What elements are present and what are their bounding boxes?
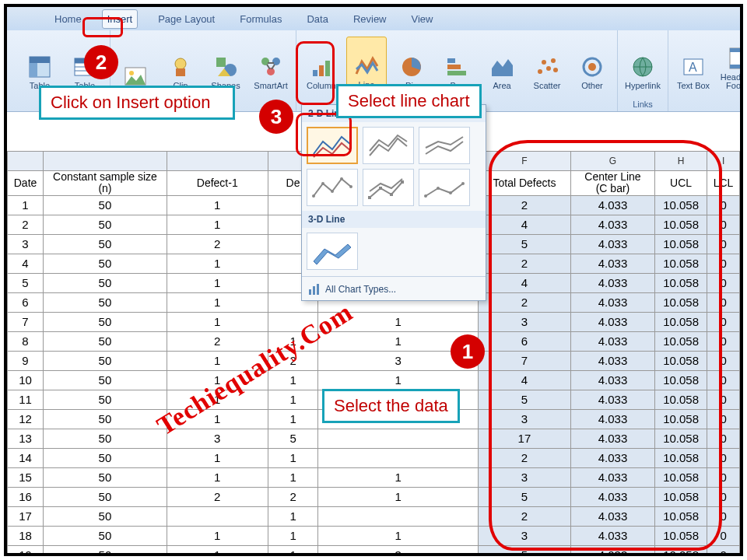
- cell[interactable]: 1: [167, 409, 268, 429]
- cell[interactable]: 0: [707, 390, 740, 409]
- cell[interactable]: 0: [707, 487, 740, 506]
- cell[interactable]: 10.058: [655, 429, 707, 448]
- cell[interactable]: 1: [268, 448, 318, 467]
- cell[interactable]: 4: [478, 215, 570, 234]
- cell[interactable]: 2: [268, 351, 318, 370]
- cell[interactable]: 3: [167, 429, 268, 448]
- line-chart-3d-option[interactable]: [307, 233, 358, 270]
- pie-button[interactable]: Pie: [391, 37, 432, 91]
- cell[interactable]: 1: [167, 545, 268, 553]
- cell[interactable]: 10.058: [655, 448, 707, 467]
- col-letter[interactable]: H: [655, 152, 707, 171]
- cell[interactable]: 4.033: [570, 370, 654, 390]
- cell[interactable]: 11: [8, 390, 44, 409]
- cell[interactable]: 19: [8, 545, 44, 553]
- cell[interactable]: 2: [478, 195, 570, 215]
- cell[interactable]: 4.033: [570, 487, 654, 506]
- cell[interactable]: 5: [478, 234, 570, 254]
- line-chart-option-2[interactable]: [363, 127, 414, 164]
- cell[interactable]: 4.033: [570, 312, 654, 331]
- cell[interactable]: 4.033: [570, 526, 654, 545]
- cell[interactable]: 1: [167, 312, 268, 331]
- cell[interactable]: 50: [44, 448, 167, 467]
- tab-data[interactable]: Data: [302, 10, 332, 28]
- cell[interactable]: 50: [44, 545, 167, 553]
- cell[interactable]: 4.033: [570, 195, 654, 215]
- cell[interactable]: 50: [44, 273, 167, 292]
- cell[interactable]: 10.058: [655, 506, 707, 526]
- col-header[interactable]: LCL: [707, 171, 740, 196]
- pivot-button[interactable]: Table: [19, 37, 60, 91]
- cell[interactable]: 4.033: [570, 467, 654, 487]
- cell[interactable]: 10.058: [655, 545, 707, 553]
- cell[interactable]: [318, 506, 478, 526]
- cell[interactable]: 0: [707, 545, 740, 553]
- col-header[interactable]: Center Line (C bar): [570, 171, 654, 196]
- line-chart-option-3[interactable]: [419, 127, 470, 164]
- cell[interactable]: 0: [707, 234, 740, 254]
- cell[interactable]: 5: [268, 429, 318, 448]
- cell[interactable]: 7: [478, 351, 570, 370]
- cell[interactable]: 10.058: [655, 273, 707, 292]
- cell[interactable]: 10.058: [655, 331, 707, 351]
- cell[interactable]: 0: [707, 467, 740, 487]
- cell[interactable]: 1: [268, 545, 318, 553]
- tab-insert[interactable]: Insert: [102, 9, 139, 29]
- cell[interactable]: 1: [167, 390, 268, 409]
- cell[interactable]: 9: [8, 351, 44, 370]
- cell[interactable]: 50: [44, 215, 167, 234]
- col-header[interactable]: UCL: [655, 171, 707, 196]
- smartart-button[interactable]: SmartArt: [251, 37, 291, 91]
- cell[interactable]: 4.033: [570, 234, 654, 254]
- other-button[interactable]: Other: [572, 37, 612, 91]
- tab-home[interactable]: Home: [50, 10, 86, 28]
- cell[interactable]: 4.033: [570, 254, 654, 273]
- cell[interactable]: 10.058: [655, 351, 707, 370]
- cell[interactable]: 3: [478, 467, 570, 487]
- tab-formulas[interactable]: Formulas: [235, 10, 286, 28]
- picture-button[interactable]: [115, 37, 156, 91]
- cell[interactable]: 14: [8, 448, 44, 467]
- cell[interactable]: 0: [707, 195, 740, 215]
- cell[interactable]: 1: [167, 273, 268, 292]
- col-header[interactable]: Defect-1: [167, 171, 268, 196]
- cell[interactable]: 1: [318, 312, 478, 331]
- cell[interactable]: 5: [478, 545, 570, 553]
- cell[interactable]: [318, 429, 478, 448]
- cell[interactable]: 1: [167, 215, 268, 234]
- cell[interactable]: 1: [8, 195, 44, 215]
- cell[interactable]: 1: [268, 526, 318, 545]
- cell[interactable]: 4.033: [570, 351, 654, 370]
- cell[interactable]: 4.033: [570, 331, 654, 351]
- cell[interactable]: 0: [707, 215, 740, 234]
- cell[interactable]: 1: [318, 526, 478, 545]
- cell[interactable]: 15: [8, 467, 44, 487]
- cell[interactable]: 4: [478, 273, 570, 292]
- col-header[interactable]: Constant sample size (n): [44, 171, 167, 196]
- cell[interactable]: 4.033: [570, 545, 654, 553]
- cell[interactable]: 7: [8, 312, 44, 331]
- col-letter[interactable]: F: [478, 152, 570, 171]
- cell[interactable]: 50: [44, 409, 167, 429]
- cell[interactable]: 1: [167, 467, 268, 487]
- cell[interactable]: 12: [8, 409, 44, 429]
- cell[interactable]: 2: [478, 292, 570, 312]
- cell[interactable]: 5: [478, 390, 570, 409]
- cell[interactable]: 10.058: [655, 254, 707, 273]
- cell[interactable]: 2: [167, 234, 268, 254]
- cell[interactable]: 50: [44, 487, 167, 506]
- cell[interactable]: 13: [8, 429, 44, 448]
- cell[interactable]: 0: [707, 331, 740, 351]
- cell[interactable]: 1: [268, 506, 318, 526]
- cell[interactable]: 17: [478, 429, 570, 448]
- cell[interactable]: 50: [44, 331, 167, 351]
- cell[interactable]: 0: [707, 370, 740, 390]
- col-letter[interactable]: G: [570, 152, 654, 171]
- cell[interactable]: 1: [167, 351, 268, 370]
- cell[interactable]: 1: [318, 467, 478, 487]
- cell[interactable]: 1: [318, 487, 478, 506]
- cell[interactable]: 50: [44, 390, 167, 409]
- cell[interactable]: 1: [268, 370, 318, 390]
- cell[interactable]: 50: [44, 195, 167, 215]
- cell[interactable]: 10.058: [655, 487, 707, 506]
